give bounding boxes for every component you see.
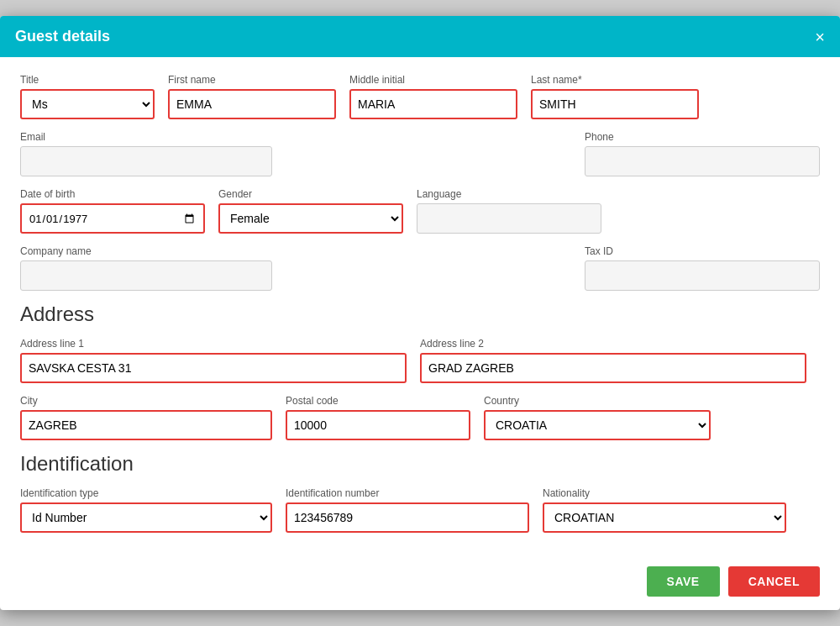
taxid-input[interactable] [585,260,820,291]
city-label: City [20,395,272,407]
language-input[interactable] [417,203,601,234]
phone-label: Phone [585,131,820,143]
gender-label: Gender [218,188,403,200]
addr1-group: Address line 1 [20,338,407,383]
email-input[interactable] [20,146,272,176]
idtype-select[interactable]: Id Number Passport Driving License [20,502,272,533]
guest-details-dialog: Guest details × Title Ms Mr Mrs Dr First… [0,16,840,610]
row-identification: Identification type Id Number Passport D… [20,487,820,533]
dob-group: Date of birth [20,188,205,234]
idnum-input[interactable] [286,502,529,533]
lastname-label: Last name* [531,74,699,86]
company-label: Company name [20,245,272,257]
lastname-group: Last name* [531,74,699,119]
language-group: Language [417,188,601,234]
phone-group: Phone [585,131,820,176]
dob-label: Date of birth [20,188,205,200]
country-label: Country [484,395,711,407]
row-contact: Email Phone [20,131,820,176]
idnum-group: Identification number [286,487,529,533]
addr2-label: Address line 2 [420,338,806,350]
close-button[interactable]: × [815,29,825,45]
middle-label: Middle initial [349,74,517,86]
email-label: Email [20,131,272,143]
addr2-input[interactable] [420,353,806,383]
dialog-header: Guest details × [0,16,840,57]
middle-input[interactable] [349,89,517,119]
cancel-button[interactable]: CANCEL [728,566,820,597]
postal-input[interactable] [286,410,470,440]
city-input[interactable] [20,410,272,440]
phone-input[interactable] [585,146,820,176]
identification-section-title: Identification [20,452,820,476]
company-input[interactable] [20,260,272,291]
firstname-group: First name [168,74,336,119]
company-group: Company name [20,245,272,291]
taxid-label: Tax ID [585,245,820,257]
city-group: City [20,395,272,440]
nationality-group: Nationality CROATIAN AUSTRIAN GERMAN ITA… [543,487,786,533]
dialog-title: Guest details [15,28,110,45]
save-button[interactable]: SAVE [647,566,720,597]
idtype-label: Identification type [20,487,272,499]
idtype-group: Identification type Id Number Passport D… [20,487,272,533]
taxid-group: Tax ID [585,245,820,291]
row-dob-gender: Date of birth Gender Female Male Other L… [20,188,820,234]
firstname-label: First name [168,74,336,86]
gender-group: Gender Female Male Other [218,188,403,234]
country-group: Country CROATIA AUSTRIA GERMANY ITALY SL… [484,395,711,440]
nationality-label: Nationality [543,487,786,499]
postal-label: Postal code [286,395,470,407]
gender-select[interactable]: Female Male Other [218,203,403,234]
language-label: Language [417,188,601,200]
dialog-footer: SAVE CANCEL [0,558,840,610]
title-group: Title Ms Mr Mrs Dr [20,74,155,119]
email-group: Email [20,131,272,176]
nationality-select[interactable]: CROATIAN AUSTRIAN GERMAN ITALIAN SLOVENI… [543,502,786,533]
dob-input[interactable] [20,203,205,234]
address-section-title: Address [20,302,820,326]
row-address: Address line 1 Address line 2 [20,338,820,383]
postal-group: Postal code [286,395,470,440]
addr1-label: Address line 1 [20,338,407,350]
row-company: Company name Tax ID [20,245,820,291]
row-personal: Title Ms Mr Mrs Dr First name Middle ini… [20,74,820,119]
country-select[interactable]: CROATIA AUSTRIA GERMANY ITALY SLOVENIA [484,410,711,440]
addr1-input[interactable] [20,353,407,383]
title-select[interactable]: Ms Mr Mrs Dr [20,89,155,119]
dialog-body: Title Ms Mr Mrs Dr First name Middle ini… [0,57,840,558]
firstname-input[interactable] [168,89,336,119]
middle-group: Middle initial [349,74,517,119]
addr2-group: Address line 2 [420,338,806,383]
title-label: Title [20,74,155,86]
lastname-input[interactable] [531,89,699,119]
row-city: City Postal code Country CROATIA AUSTRIA… [20,395,820,440]
idnum-label: Identification number [286,487,529,499]
